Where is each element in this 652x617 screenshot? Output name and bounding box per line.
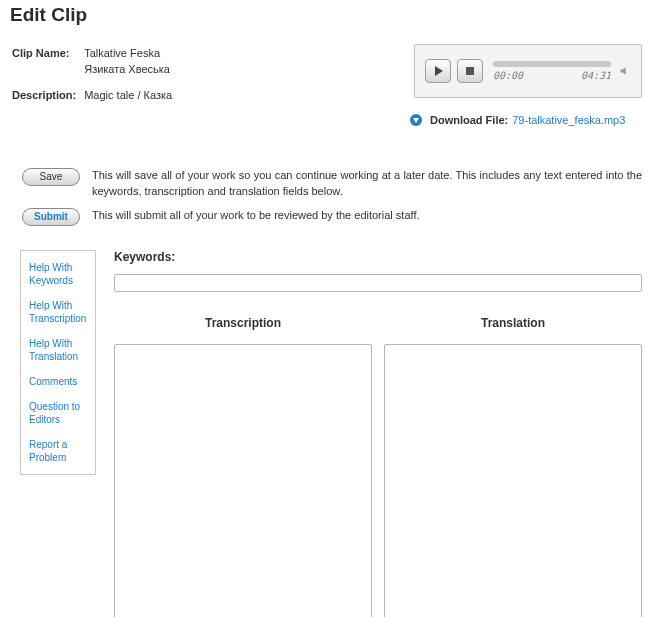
play-button[interactable] bbox=[425, 59, 451, 83]
transcription-input[interactable] bbox=[114, 344, 372, 617]
clip-meta: Clip Name: Talkative Feska Язиката Хвесь… bbox=[10, 44, 180, 104]
translation-input[interactable] bbox=[384, 344, 642, 617]
description-label: Description: bbox=[12, 88, 82, 102]
submit-button[interactable]: Submit bbox=[22, 208, 80, 226]
save-button[interactable]: Save bbox=[22, 168, 80, 186]
page-title: Edit Clip bbox=[10, 4, 642, 26]
description-value: Magic tale / Казка bbox=[84, 88, 178, 102]
help-keywords-link[interactable]: Help With Keywords bbox=[29, 261, 87, 287]
audio-player: 00:00 04:31 bbox=[414, 44, 642, 98]
clip-name-label: Clip Name: bbox=[12, 46, 82, 60]
translation-label: Translation bbox=[384, 316, 642, 330]
question-editors-link[interactable]: Question to Editors bbox=[29, 400, 87, 426]
volume-icon[interactable] bbox=[619, 65, 631, 77]
stop-button[interactable] bbox=[457, 59, 483, 83]
seek-bar[interactable] bbox=[493, 61, 611, 67]
time-current: 00:00 bbox=[493, 70, 523, 81]
help-sidebar: Help With Keywords Help With Transcripti… bbox=[20, 250, 96, 475]
help-transcription-link[interactable]: Help With Transcription bbox=[29, 299, 87, 325]
download-icon bbox=[410, 114, 422, 126]
report-problem-link[interactable]: Report a Problem bbox=[29, 438, 87, 464]
stop-icon bbox=[466, 67, 474, 75]
keywords-label: Keywords: bbox=[114, 250, 642, 264]
clip-name-value-1: Talkative Feska bbox=[84, 46, 178, 60]
save-description: This will save all of your work so you c… bbox=[92, 168, 642, 200]
download-link[interactable]: 79-talkative_feska.mp3 bbox=[512, 114, 625, 126]
keywords-input[interactable] bbox=[114, 274, 642, 292]
comments-link[interactable]: Comments bbox=[29, 375, 87, 388]
download-label: Download File: bbox=[430, 114, 508, 126]
time-duration: 04:31 bbox=[581, 70, 611, 81]
play-icon bbox=[435, 66, 443, 76]
submit-description: This will submit all of your work to be … bbox=[92, 208, 642, 224]
help-translation-link[interactable]: Help With Translation bbox=[29, 337, 87, 363]
transcription-label: Transcription bbox=[114, 316, 372, 330]
clip-name-value-2: Язиката Хвеська bbox=[84, 62, 178, 76]
download-row: Download File: 79-talkative_feska.mp3 bbox=[410, 114, 642, 126]
